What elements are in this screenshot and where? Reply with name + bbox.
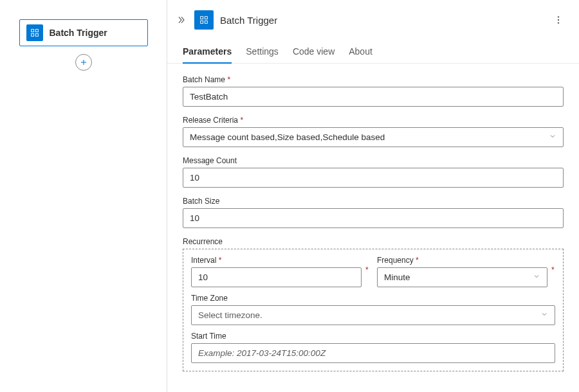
field-recurrence: Recurrence Interval * * Frequency * Minu… xyxy=(183,237,564,371)
tab-parameters[interactable]: Parameters xyxy=(183,41,232,63)
batch-trigger-icon xyxy=(26,24,43,41)
chevron-down-icon xyxy=(540,310,548,320)
collapse-panel-button[interactable] xyxy=(176,15,187,25)
recurrence-group: Interval * * Frequency * Minute * Time xyxy=(183,249,564,371)
required-marker: * xyxy=(365,265,369,278)
batch-name-label: Batch Name * xyxy=(183,75,564,84)
start-time-label: Start Time xyxy=(191,332,555,341)
release-criteria-label: Release Criteria * xyxy=(183,116,564,125)
tab-about[interactable]: About xyxy=(349,41,372,63)
svg-point-11 xyxy=(558,19,559,21)
time-zone-label: Time Zone xyxy=(191,294,555,303)
svg-rect-0 xyxy=(31,30,33,32)
tab-settings[interactable]: Settings xyxy=(246,41,279,63)
frequency-label: Frequency * xyxy=(377,256,547,265)
field-interval: Interval * xyxy=(191,256,362,287)
svg-rect-2 xyxy=(31,33,33,36)
frequency-select[interactable]: Minute xyxy=(377,267,547,287)
detail-title: Batch Trigger xyxy=(220,15,277,26)
row-interval-frequency: Interval * * Frequency * Minute * xyxy=(191,256,555,287)
trigger-node-card[interactable]: Batch Trigger xyxy=(19,19,148,46)
svg-point-12 xyxy=(558,22,559,23)
interval-label: Interval * xyxy=(191,256,362,265)
batch-size-label: Batch Size xyxy=(183,197,564,206)
batch-size-input[interactable] xyxy=(183,208,564,228)
field-batch-name: Batch Name * xyxy=(183,75,564,107)
frequency-value: Minute xyxy=(384,272,410,282)
chevron-down-icon xyxy=(549,132,556,142)
tabs: Parameters Settings Code view About xyxy=(167,36,579,64)
batch-trigger-icon xyxy=(194,10,214,30)
svg-rect-7 xyxy=(205,17,207,19)
detail-panel: Batch Trigger Parameters Settings Code v… xyxy=(167,0,579,392)
start-time-input[interactable] xyxy=(191,343,555,363)
field-batch-size: Batch Size xyxy=(183,197,564,228)
message-count-label: Message Count xyxy=(183,156,564,165)
trigger-node-label: Batch Trigger xyxy=(50,28,107,38)
release-criteria-select[interactable]: Message count based,Size based,Schedule … xyxy=(183,127,564,147)
more-menu-button[interactable] xyxy=(551,12,566,28)
release-criteria-value: Message count based,Size based,Schedule … xyxy=(190,132,385,142)
field-start-time: Start Time xyxy=(191,332,555,363)
interval-input[interactable] xyxy=(191,267,362,287)
batch-name-input[interactable] xyxy=(183,87,564,107)
time-zone-select[interactable]: Select timezone. xyxy=(191,305,555,325)
svg-rect-3 xyxy=(35,33,38,36)
message-count-input[interactable] xyxy=(183,168,564,188)
parameters-form: Batch Name * Release Criteria * Message … xyxy=(167,64,579,392)
canvas-sidebar: Batch Trigger xyxy=(0,0,167,392)
tab-code-view[interactable]: Code view xyxy=(293,41,335,63)
svg-rect-8 xyxy=(201,21,203,23)
time-zone-placeholder: Select timezone. xyxy=(198,310,262,320)
recurrence-label: Recurrence xyxy=(183,237,564,246)
field-frequency: Frequency * Minute xyxy=(377,256,547,287)
required-marker: * xyxy=(551,265,555,278)
svg-rect-1 xyxy=(35,30,38,32)
add-step-button[interactable] xyxy=(75,54,92,71)
svg-point-10 xyxy=(558,16,559,17)
chevron-down-icon xyxy=(533,272,540,282)
svg-rect-9 xyxy=(205,21,207,23)
detail-header: Batch Trigger xyxy=(167,0,579,36)
field-message-count: Message Count xyxy=(183,156,564,188)
field-release-criteria: Release Criteria * Message count based,S… xyxy=(183,116,564,147)
field-time-zone: Time Zone Select timezone. xyxy=(191,294,555,325)
svg-rect-6 xyxy=(201,17,203,19)
